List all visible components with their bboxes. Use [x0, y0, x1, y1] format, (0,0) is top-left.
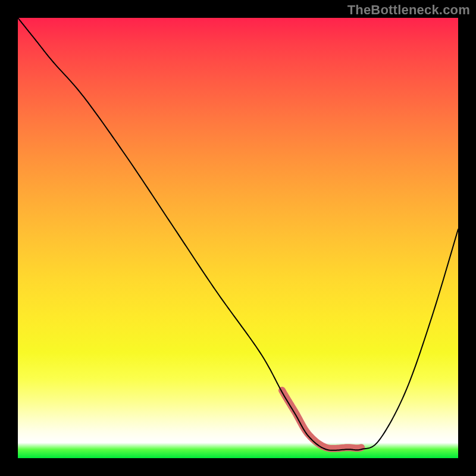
highlight-segment	[282, 390, 361, 449]
watermark-text: TheBottleneck.com	[347, 2, 470, 18]
chart-frame: TheBottleneck.com	[0, 0, 476, 476]
chart-svg	[18, 18, 458, 458]
plot-area	[18, 18, 458, 458]
curve-line	[18, 18, 458, 450]
